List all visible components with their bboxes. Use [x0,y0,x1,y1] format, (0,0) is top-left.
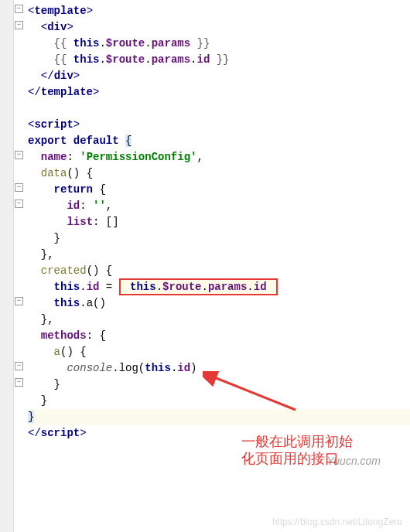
line-gutter [0,0,14,532]
fold-icon[interactable]: − [15,5,23,13]
code-line: {{ this.$route.params.id }} [28,52,410,68]
code-line [28,101,410,117]
code-line: } [28,393,410,409]
code-line: <template> [28,3,410,19]
code-line: this.a() [28,295,410,312]
code-line: }, [28,247,410,263]
fold-gutter: − − − − − − − − [14,0,25,532]
code-line: data() { [28,165,410,182]
code-line: return { [28,182,410,198]
code-line: }, [28,312,410,328]
code-line: } [28,230,410,247]
code-line: created() { [28,263,410,279]
code-line: {{ this.$route.params }} [28,36,410,52]
fold-icon[interactable]: − [15,151,23,159]
code-line: name: 'PermissionConfig', [28,149,410,165]
code-line: } [28,409,410,425]
code-line: a() { [28,344,410,360]
code-line: console.log(this.id) [28,360,410,377]
code-editor: − − − − − − − − <template> <div> {{ this… [0,0,410,532]
code-line: list: [] [28,214,410,230]
code-line: export default { [28,133,410,149]
code-line: </template> [28,84,410,101]
fold-icon[interactable]: − [15,297,23,305]
fold-icon[interactable]: − [15,183,23,192]
fold-icon[interactable]: − [15,378,23,387]
code-line: <div> [28,19,410,36]
code-line: this.id = this.$route.params.id [28,279,410,295]
code-line: } [28,377,410,393]
code-line: id: '', [28,198,410,214]
code-line: methods: { [28,328,410,344]
watermark: https://blog.csdn.net/LitongZero [272,517,402,527]
code-line: </div> [28,68,410,84]
code-line: <script> [28,117,410,133]
fold-icon[interactable]: − [15,200,23,208]
watermark: Yuucn.com [326,455,381,467]
code-area[interactable]: <template> <div> {{ this.$route.params }… [25,0,410,532]
fold-icon[interactable]: − [15,21,23,29]
fold-icon[interactable]: − [15,362,23,370]
